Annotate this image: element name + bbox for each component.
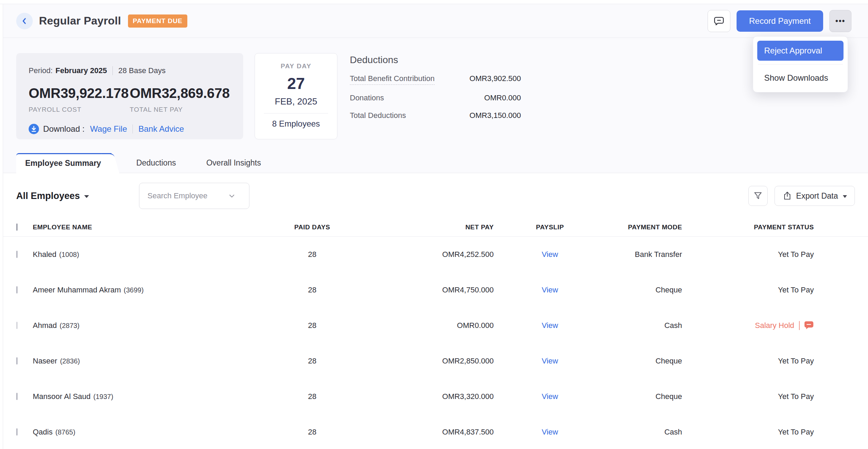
table-row: Khaled(1008) 28 OMR4,252.500 View Bank T… [3,237,868,272]
payslip-cell: View [494,392,606,401]
net-pay-cell: OMR3,320.000 [357,392,494,401]
table-header-row: EMPLOYEE NAME PAID DAYS NET PAY PAYSLIP … [3,218,868,237]
payroll-cost-value: OMR39,922.178 [29,86,130,101]
payday-separator [264,113,328,113]
period-value: February 2025 [56,66,107,75]
comments-button[interactable] [708,10,730,32]
row-checkbox[interactable] [16,428,18,436]
status-badge: PAYMENT DUE [128,14,187,28]
tab-overall-insights[interactable]: Overall Insights [191,153,276,173]
column-header-payment-status: PAYMENT STATUS [682,223,814,231]
employee-name-cell: Naseer(2836) [33,357,267,366]
payment-status-text: Salary Hold [755,321,794,330]
deduction-value-donations: OMR0.000 [484,93,521,102]
payment-status-text: Yet To Pay [778,286,814,295]
tab-employee-summary[interactable]: Employee Summary [16,153,111,173]
menu-item-show-downloads[interactable]: Show Downloads [757,68,844,88]
comment-bubble-icon[interactable] [804,321,814,330]
view-payslip-link[interactable]: View [542,392,558,401]
export-data-button[interactable]: Export Data [775,186,855,206]
view-payslip-link[interactable]: View [542,250,558,259]
total-net-pay-label: TOTAL NET PAY [130,106,231,113]
payslip-cell: View [494,428,606,437]
download-links-divider [132,124,133,133]
payday-month-year: FEB, 2025 [255,96,337,107]
paid-days-cell: 28 [267,321,357,330]
deductions-summary: Deductions Total Benefit Contribution OM… [350,53,521,120]
period-divider [112,66,113,75]
download-circle-icon [29,124,39,134]
export-icon [782,191,792,201]
row-checkbox[interactable] [16,286,18,293]
row-checkbox[interactable] [16,322,18,329]
employee-id: (1937) [93,393,114,400]
deduction-row: Total Deductions OMR3,150.000 [350,111,521,120]
filter-button[interactable] [748,186,768,206]
view-payslip-link[interactable]: View [542,321,558,330]
view-payslip-link[interactable]: View [542,286,558,294]
employee-filter-label: All Employees [16,191,80,201]
table-row: Naseer(2836) 28 OMR2,850.000 View Cheque… [3,343,868,379]
chevron-down-icon [228,192,236,200]
caret-down-icon [843,195,847,198]
view-payslip-link[interactable]: View [542,428,558,436]
tab-deductions[interactable]: Deductions [121,153,191,173]
row-checkbox[interactable] [16,357,18,365]
employee-id: (3699) [124,286,144,294]
table-row: Mansoor Al Saud(1937) 28 OMR3,320.000 Vi… [3,379,868,414]
employee-id: (1008) [59,251,79,258]
payment-status: Yet To Pay [682,250,814,259]
record-payment-button[interactable]: Record Payment [737,10,823,32]
window-top-strip [0,0,868,4]
employee-name: Mansoor Al Saud [33,392,91,401]
employee-filter-dropdown[interactable]: All Employees [16,191,89,201]
menu-item-reject-approval[interactable]: Reject Approval [757,41,844,61]
comment-icon [713,15,725,27]
column-header-paid-days: PAID DAYS [267,223,357,231]
export-data-label: Export Data [796,191,838,201]
employee-id: (2873) [60,322,80,329]
deduction-value-total: OMR3,150.000 [470,111,521,120]
row-checkbox[interactable] [16,393,18,400]
deduction-label-benefit[interactable]: Total Benefit Contribution [350,74,435,85]
total-net-pay-block: OMR32,869.678 TOTAL NET PAY [130,86,231,113]
net-pay-cell: OMR0.000 [357,321,494,330]
amounts-row: OMR39,922.178 PAYROLL COST OMR32,869.678… [29,86,231,113]
column-header-employee-name: EMPLOYEE NAME [33,223,267,231]
employee-id: (2836) [60,357,80,365]
back-button[interactable] [16,13,33,29]
more-options-button[interactable]: ••• [829,10,851,32]
select-all-checkbox[interactable] [16,223,18,231]
net-pay-cell: OMR2,850.000 [357,357,494,366]
payment-status-text: Yet To Pay [778,428,814,437]
payslip-cell: View [494,357,606,366]
payroll-cost-block: OMR39,922.178 PAYROLL COST [29,86,130,113]
paid-days-cell: 28 [267,392,357,401]
wage-file-link[interactable]: Wage File [90,124,127,134]
employee-name: Khaled [33,250,57,259]
app-frame: Regular Payroll PAYMENT DUE Record Payme… [3,4,868,449]
payslip-cell: View [494,321,606,330]
table-row: Ameer Muhammad Akram(3699) 28 OMR4,750.0… [3,272,868,308]
paid-days-cell: 28 [267,428,357,437]
row-checkbox[interactable] [16,251,18,258]
deductions-title: Deductions [350,54,521,66]
employee-name: Naseer [33,357,57,365]
employee-name-cell: Ameer Muhammad Akram(3699) [33,286,267,295]
payday-label: PAY DAY [255,62,337,70]
employee-name: Ameer Muhammad Akram [33,286,121,294]
payment-status: Yet To Pay [682,357,814,366]
period-line: Period: February 2025 28 Base Days [29,66,231,75]
employee-name: Qadis [33,428,52,436]
table-row: Qadis(8765) 28 OMR4,837.500 View Cash Ye… [3,414,868,449]
column-header-payment-mode: PAYMENT MODE [606,223,682,231]
bank-advice-link[interactable]: Bank Advice [138,124,184,134]
search-input[interactable] [147,191,228,201]
payroll-cost-label: PAYROLL COST [29,106,130,113]
net-pay-cell: OMR4,750.000 [357,286,494,295]
payment-mode-cell: Cheque [606,286,682,295]
payment-mode-cell: Cheque [606,357,682,366]
employee-search-box[interactable] [139,183,249,209]
view-payslip-link[interactable]: View [542,357,558,365]
payment-mode-cell: Cash [606,321,682,330]
